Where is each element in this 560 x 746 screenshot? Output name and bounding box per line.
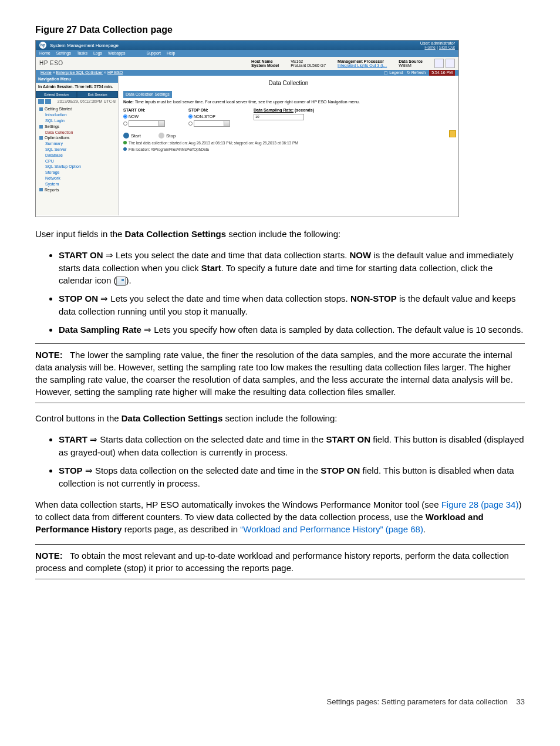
legend-link[interactable]: ▢ Legend: [384, 70, 403, 76]
calendar-icon[interactable]: [224, 121, 230, 126]
last-collection-line: The last data collection: started on: Au…: [123, 140, 454, 146]
nav-introduction[interactable]: Introduction: [39, 112, 114, 118]
crumb-home[interactable]: Home: [41, 70, 52, 76]
nonstop-radio[interactable]: NON-STOP: [188, 114, 230, 120]
signout-link[interactable]: Sign Out: [439, 45, 455, 49]
hostname-label: Host Name: [251, 59, 279, 64]
hostname-value: VE162: [291, 59, 326, 64]
info-dot-icon: [123, 147, 127, 151]
exit-session-button[interactable]: Exit Session: [77, 91, 118, 98]
nav-cpu[interactable]: CPU: [39, 158, 114, 164]
input-fields-list: START ON ⇒ Lets you select the date and …: [35, 249, 525, 336]
play-icon: [123, 133, 129, 139]
rate-label: Data Sampling Rate: (seconds): [254, 107, 314, 113]
nav-reports[interactable]: Reports: [39, 187, 114, 193]
divider: [35, 343, 525, 344]
status-strip: HP ESO Host NameSystem Model VE162ProLia…: [36, 57, 458, 70]
nav-storage[interactable]: Storage: [39, 170, 114, 175]
menu-tasks[interactable]: Tasks: [77, 50, 87, 56]
screenshot-container: hp System Management Homepage User: admi…: [35, 40, 459, 217]
rate-input[interactable]: 10: [254, 114, 304, 120]
expand-icon[interactable]: [45, 99, 51, 104]
nav-system[interactable]: System: [39, 181, 114, 187]
now-radio[interactable]: NOW: [123, 114, 165, 120]
page-heading: Data Collection: [123, 79, 454, 87]
nav-database[interactable]: Database: [39, 153, 114, 158]
start-date-input: [129, 120, 165, 127]
nav-getting-started[interactable]: Getting Started: [39, 106, 114, 112]
datasource-value: WBEM: [399, 63, 423, 68]
list-item: STOP ON ⇒ Lets you select the date and t…: [59, 292, 525, 318]
perfmon-paragraph: When data collection starts, HP ESO auto…: [35, 498, 525, 535]
workload-history-link[interactable]: “Workload and Performance History” (page…: [240, 524, 423, 534]
nav-optimizations[interactable]: Optimizations: [39, 135, 114, 141]
crumb-mid[interactable]: Enterprise SQL Optimizer: [56, 70, 103, 76]
stop-date-input: [194, 120, 230, 127]
figure-title: Figure 27 Data Collection page: [35, 23, 525, 36]
sysmodel-label: System Model: [251, 63, 279, 68]
start-date-radio[interactable]: [123, 120, 165, 127]
note-block-2: NOTE: To obtain the most relevant and up…: [35, 549, 525, 574]
nav-sql-server[interactable]: SQL Server: [39, 147, 114, 153]
stop-icon: [158, 133, 164, 139]
mgmtproc-label: Management Processor: [338, 59, 387, 64]
list-item: START ON ⇒ Lets you select the date and …: [59, 249, 525, 286]
divider: [35, 579, 525, 579]
crumb-last[interactable]: HP ESO: [107, 70, 123, 76]
control-buttons-paragraph: Control buttons in the Data Collection S…: [35, 412, 525, 424]
status-icon-2[interactable]: [446, 59, 455, 68]
app-titlebar: hp System Management Homepage User: admi…: [36, 40, 458, 50]
extend-session-button[interactable]: Extend Session: [36, 91, 77, 98]
status-icon-1[interactable]: [434, 59, 444, 68]
list-item: Data Sampling Rate ⇒ Lets you specify ho…: [59, 323, 525, 336]
session-line: In Admin Session. Time left: 5754 min.: [36, 83, 118, 91]
nav-sql-startup[interactable]: SQL Startup Option: [39, 164, 114, 170]
nav-summary[interactable]: Summary: [39, 141, 114, 147]
nav-panel: Navigation Menu In Admin Session. Time l…: [36, 76, 119, 215]
app-title: System Management Homepage: [50, 42, 119, 49]
menu-webapps[interactable]: Webapps: [108, 50, 125, 56]
menu-bar: Home Settings Tasks Logs Webapps Support…: [36, 50, 458, 57]
stop-date-radio[interactable]: [188, 120, 230, 127]
breadcrumb-bar: Home » Enterprise SQL Optimizer » HP ESO…: [36, 70, 458, 76]
start-button[interactable]: Start: [123, 133, 141, 139]
collapse-icon[interactable]: [38, 99, 44, 104]
figure-28-link[interactable]: Figure 28 (page 34): [441, 499, 519, 509]
nav-timestamp: 2013/08/29, 06:12:36PM UTC-8: [53, 99, 118, 104]
control-buttons-list: START ⇒ Starts data collection on the se…: [35, 433, 525, 490]
home-link[interactable]: Home: [424, 45, 436, 49]
refresh-link[interactable]: ↻ Refresh: [407, 70, 426, 76]
hp-logo-icon: hp: [39, 42, 46, 49]
corner-badge-icon: [449, 130, 456, 137]
page-footer: Settings pages: Setting parameters for d…: [35, 697, 525, 707]
server-time: 5:54:16 PM: [429, 70, 455, 76]
menu-settings[interactable]: Settings: [56, 50, 71, 56]
calendar-icon: [116, 276, 126, 286]
nav-settings[interactable]: Settings: [39, 124, 114, 130]
menu-home[interactable]: Home: [39, 50, 50, 56]
calendar-icon[interactable]: [158, 121, 164, 126]
status-dot-icon: [123, 141, 127, 144]
intro-paragraph: User input fields in the Data Collection…: [35, 228, 525, 240]
stop-on-label: STOP ON:: [188, 107, 230, 113]
settings-box-header: Data Collection Settings: [123, 91, 172, 98]
nav-data-collection[interactable]: Data Collection: [39, 130, 114, 136]
nav-title: Navigation Menu: [36, 76, 118, 83]
settings-note: Note: Note: Time inputs must be local se…: [123, 99, 454, 105]
menu-logs[interactable]: Logs: [93, 50, 102, 56]
stop-button[interactable]: Stop: [158, 133, 176, 139]
menu-help[interactable]: Help: [167, 50, 175, 56]
user-label: User: administrator: [420, 41, 455, 46]
start-on-label: START ON:: [123, 107, 165, 113]
file-location-line: File location: %ProgramFiles%\MsPerfOpt\…: [123, 147, 454, 152]
mgmtproc-value[interactable]: Integrated Lights Out 3 (i…: [338, 63, 387, 68]
brand-label: HP ESO: [39, 59, 63, 67]
list-item: START ⇒ Starts data collection on the se…: [59, 433, 525, 458]
user-box: User: administrator Home | Sign Out: [420, 41, 455, 50]
divider: [35, 403, 525, 403]
nav-sql-login[interactable]: SQL Login: [39, 118, 114, 124]
main-panel: Data Collection Data Collection Settings…: [119, 76, 458, 215]
note-block-1: NOTE: The lower the sampling rate value,…: [35, 349, 525, 398]
menu-support[interactable]: Support: [147, 50, 161, 56]
nav-network[interactable]: Network: [39, 175, 114, 181]
